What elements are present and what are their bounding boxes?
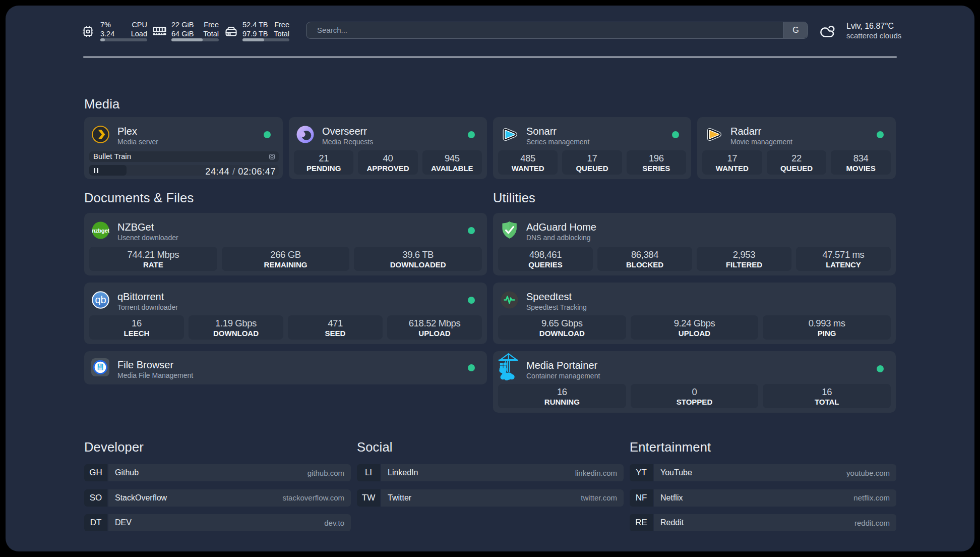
- svg-text:nzbget: nzbget: [92, 228, 109, 234]
- svg-text:qb: qb: [95, 294, 106, 305]
